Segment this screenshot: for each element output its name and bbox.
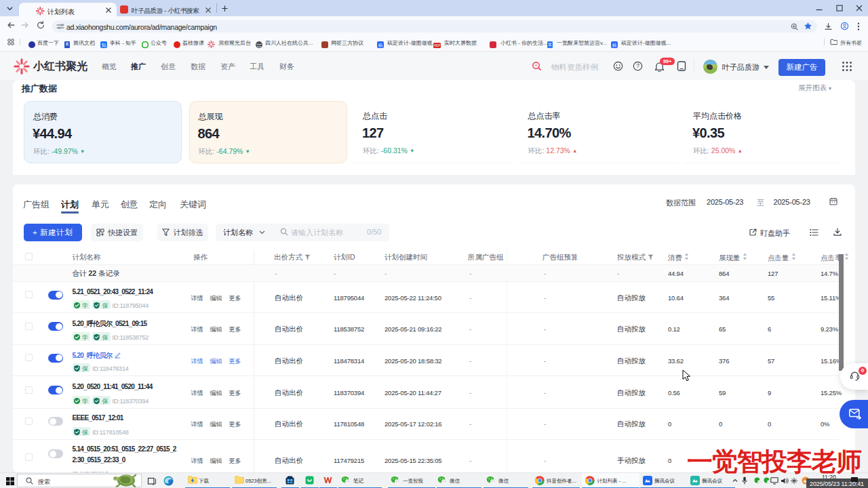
svg-text:?: ? (636, 62, 639, 69)
svg-text:稿: 稿 (378, 43, 383, 47)
svg-text:HDP: HDP (434, 44, 441, 47)
svg-text:知: 知 (102, 43, 106, 48)
svg-text:稿: 稿 (612, 43, 617, 47)
